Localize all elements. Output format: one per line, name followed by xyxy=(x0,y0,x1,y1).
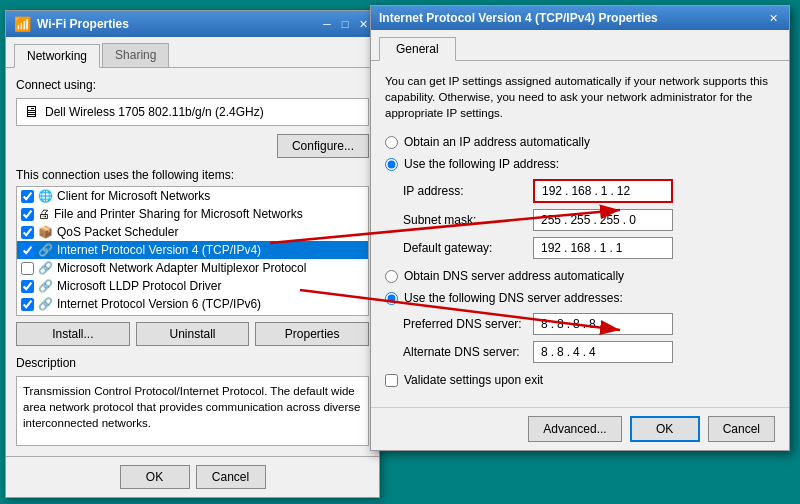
ipv6-item-icon: 🔗 xyxy=(38,297,53,311)
alt-seg-b[interactable]: 8 xyxy=(554,344,567,360)
subnet-seg-d[interactable]: 0 xyxy=(626,212,639,228)
radio-auto-dns[interactable]: Obtain DNS server address automatically xyxy=(385,269,775,283)
ip-seg-b[interactable]: 168 xyxy=(568,183,594,199)
tcpip-titlebar: Internet Protocol Version 4 (TCP/IPv4) P… xyxy=(371,6,789,30)
alt-seg-d[interactable]: 4 xyxy=(586,344,599,360)
ip-seg-c[interactable]: 1 xyxy=(598,183,611,199)
advanced-btn[interactable]: Advanced... xyxy=(528,416,621,442)
dns-fields-group: Preferred DNS server: 8 . 8 . 8 . 8 Alte… xyxy=(403,313,775,363)
radio-manual-dns[interactable]: Use the following DNS server addresses: xyxy=(385,291,775,305)
tab-general[interactable]: General xyxy=(379,37,456,61)
list-item[interactable]: 🖨 File and Printer Sharing for Microsoft… xyxy=(17,205,368,223)
list-item[interactable]: 🌐 Client for Microsoft Networks xyxy=(17,187,368,205)
dns-section: Obtain DNS server address automatically … xyxy=(385,269,775,387)
qos-item-icon: 📦 xyxy=(38,225,53,239)
list-item[interactable]: 🔗 Microsoft LLDP Protocol Driver xyxy=(17,277,368,295)
gw-seg-a[interactable]: 192 xyxy=(538,240,564,256)
lldp-item-icon: 🔗 xyxy=(38,279,53,293)
ip-address-field[interactable]: 192 . 168 . 1 . 12 xyxy=(533,179,673,203)
alt-seg-c[interactable]: 4 xyxy=(570,344,583,360)
gw-seg-d[interactable]: 1 xyxy=(613,240,626,256)
wifi-title-text: Wi-Fi Properties xyxy=(37,17,129,31)
items-list: 🌐 Client for Microsoft Networks 🖨 File a… xyxy=(16,186,369,316)
radio-auto-dns-input[interactable] xyxy=(385,270,398,283)
item-label-1: File and Printer Sharing for Microsoft N… xyxy=(54,207,303,221)
tab-networking[interactable]: Networking xyxy=(14,44,100,68)
item-checkbox-4[interactable] xyxy=(21,262,34,275)
preferred-dns-field[interactable]: 8 . 8 . 8 . 8 xyxy=(533,313,673,335)
gateway-row: Default gateway: 192 . 168 . 1 . 1 xyxy=(403,237,775,259)
tcpip-ok-btn[interactable]: OK xyxy=(630,416,700,442)
validate-checkbox[interactable] xyxy=(385,374,398,387)
item-label-4: Microsoft Network Adapter Multiplexor Pr… xyxy=(57,261,306,275)
gateway-field[interactable]: 192 . 168 . 1 . 1 xyxy=(533,237,673,259)
radio-manual-ip[interactable]: Use the following IP address: xyxy=(385,157,775,171)
pref-seg-b[interactable]: 8 xyxy=(554,316,567,332)
gw-seg-c[interactable]: 1 xyxy=(597,240,610,256)
alt-seg-a[interactable]: 8 xyxy=(538,344,551,360)
install-btn[interactable]: Install... xyxy=(16,322,130,346)
wifi-tabs: Networking Sharing xyxy=(6,37,379,68)
subnet-mask-row: Subnet mask: 255 . 255 . 255 . 0 xyxy=(403,209,775,231)
radio-auto-dns-label: Obtain DNS server address automatically xyxy=(404,269,624,283)
subnet-label: Subnet mask: xyxy=(403,213,533,227)
subnet-seg-b[interactable]: 255 xyxy=(567,212,593,228)
wifi-title-icon: 📶 xyxy=(14,16,31,32)
tcpip-window: Internet Protocol Version 4 (TCP/IPv4) P… xyxy=(370,5,790,451)
tcpip-cancel-btn[interactable]: Cancel xyxy=(708,416,775,442)
ip-seg-d[interactable]: 12 xyxy=(614,183,633,199)
adapter-icon: 🖥 xyxy=(23,103,39,121)
ip-address-row: IP address: 192 . 168 . 1 . 12 xyxy=(403,179,775,203)
subnet-seg-a[interactable]: 255 xyxy=(538,212,564,228)
wifi-maximize-btn[interactable]: □ xyxy=(337,17,353,31)
connect-using-label: Connect using: xyxy=(16,78,369,92)
item-label-3: Internet Protocol Version 4 (TCP/IPv4) xyxy=(57,243,261,257)
item-checkbox-2[interactable] xyxy=(21,226,34,239)
radio-auto-ip-label: Obtain an IP address automatically xyxy=(404,135,590,149)
wifi-close-btn[interactable]: ✕ xyxy=(355,17,371,31)
properties-btn[interactable]: Properties xyxy=(255,322,369,346)
configure-btn[interactable]: Configure... xyxy=(277,134,369,158)
description-label: Description xyxy=(16,356,369,370)
item-checkbox-0[interactable] xyxy=(21,190,34,203)
item-label-2: QoS Packet Scheduler xyxy=(57,225,178,239)
wifi-cancel-btn[interactable]: Cancel xyxy=(196,465,266,489)
uninstall-btn[interactable]: Uninstall xyxy=(136,322,250,346)
pref-seg-d[interactable]: 8 xyxy=(586,316,599,332)
items-label: This connection uses the following items… xyxy=(16,168,369,182)
list-item-selected[interactable]: 🔗 Internet Protocol Version 4 (TCP/IPv4) xyxy=(17,241,368,259)
radio-manual-ip-input[interactable] xyxy=(385,158,398,171)
tcpip-content: You can get IP settings assigned automat… xyxy=(371,61,789,407)
gw-seg-b[interactable]: 168 xyxy=(567,240,593,256)
wifi-titlebar: 📶 Wi-Fi Properties ─ □ ✕ xyxy=(6,11,379,37)
tab-sharing[interactable]: Sharing xyxy=(102,43,169,67)
radio-manual-dns-input[interactable] xyxy=(385,292,398,305)
pref-seg-c[interactable]: 8 xyxy=(570,316,583,332)
radio-auto-ip[interactable]: Obtain an IP address automatically xyxy=(385,135,775,149)
alternate-dns-field[interactable]: 8 . 8 . 4 . 4 xyxy=(533,341,673,363)
wifi-content: Connect using: 🖥 Dell Wireless 1705 802.… xyxy=(6,68,379,456)
item-checkbox-3[interactable] xyxy=(21,244,34,257)
alternate-dns-row: Alternate DNS server: 8 . 8 . 4 . 4 xyxy=(403,341,775,363)
list-item[interactable]: 📦 QoS Packet Scheduler xyxy=(17,223,368,241)
gateway-label: Default gateway: xyxy=(403,241,533,255)
tcpip-close-btn[interactable]: ✕ xyxy=(765,11,781,25)
validate-row[interactable]: Validate settings upon exit xyxy=(385,373,775,387)
item-checkbox-6[interactable] xyxy=(21,298,34,311)
pref-seg-a[interactable]: 8 xyxy=(538,316,551,332)
wifi-minimize-btn[interactable]: ─ xyxy=(319,17,335,31)
item-checkbox-1[interactable] xyxy=(21,208,34,221)
tcpip-title-text: Internet Protocol Version 4 (TCP/IPv4) P… xyxy=(379,11,658,25)
list-item[interactable]: 🔗 Microsoft Network Adapter Multiplexor … xyxy=(17,259,368,277)
list-item[interactable]: 🔗 Internet Protocol Version 6 (TCP/IPv6) xyxy=(17,295,368,313)
item-label-0: Client for Microsoft Networks xyxy=(57,189,210,203)
radio-auto-ip-input[interactable] xyxy=(385,136,398,149)
subnet-seg-c[interactable]: 255 xyxy=(597,212,623,228)
wifi-footer: OK Cancel xyxy=(6,456,379,497)
ip-seg-a[interactable]: 192 xyxy=(539,183,565,199)
description-box: Transmission Control Protocol/Internet P… xyxy=(16,376,369,446)
subnet-field[interactable]: 255 . 255 . 255 . 0 xyxy=(533,209,673,231)
ipv4-item-icon: 🔗 xyxy=(38,243,53,257)
item-checkbox-5[interactable] xyxy=(21,280,34,293)
wifi-ok-btn[interactable]: OK xyxy=(120,465,190,489)
